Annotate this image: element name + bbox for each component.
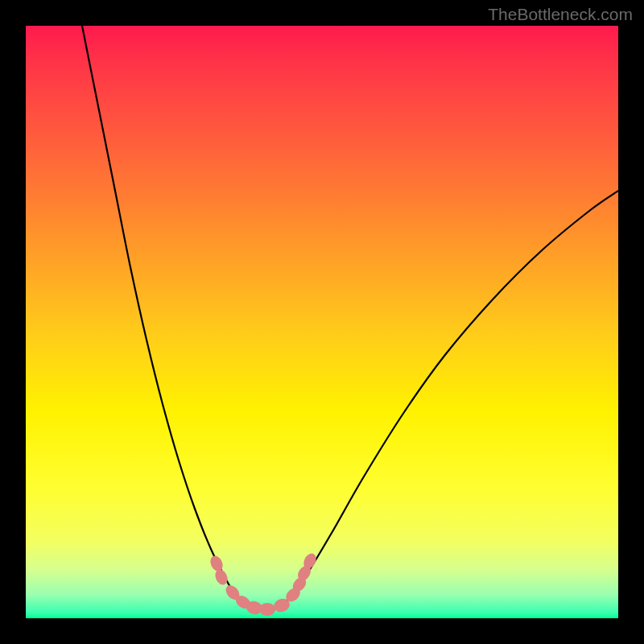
- chart-marker: [259, 603, 275, 616]
- chart-marker: [213, 568, 229, 587]
- chart-svg: [26, 26, 618, 618]
- watermark-text: TheBottleneck.com: [488, 5, 633, 24]
- chart-marker: [208, 554, 225, 573]
- chart-markers: [208, 551, 318, 616]
- chart-curve: [82, 26, 618, 611]
- chart-plot-area: [26, 26, 618, 618]
